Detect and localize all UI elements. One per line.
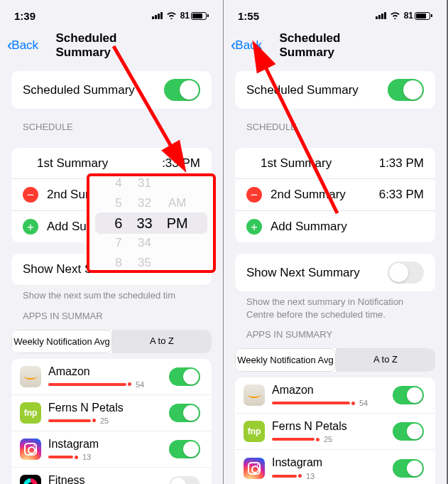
- page-title: Scheduled Summary: [280, 31, 391, 60]
- add-summary-label: Add Summary: [271, 220, 347, 234]
- summary-time[interactable]: 1:33 PM: [379, 156, 424, 171]
- remove-icon[interactable]: −: [246, 187, 262, 203]
- show-next-footer: Show the next summary in Notification Ce…: [235, 291, 435, 321]
- show-next-toggle[interactable]: [388, 262, 424, 284]
- summary-label: 2nd Summary: [271, 188, 346, 202]
- picker-ampm-col[interactable]: AM PM X: [167, 173, 188, 273]
- clock: 1:55: [238, 10, 259, 22]
- notification-bar: 25: [272, 435, 386, 443]
- tab-weekly-avg[interactable]: Weekly Notification Avg: [235, 348, 336, 372]
- nav-bar: ‹ Back Scheduled Summary: [0, 31, 223, 60]
- toggle-label: Scheduled Summary: [23, 83, 135, 97]
- summary-label: 1st Summary: [246, 156, 332, 171]
- back-label: Back: [11, 38, 38, 53]
- notification-bar: 54: [48, 380, 162, 389]
- phone-left: 1:39 81 ‹ Back Scheduled Summary Schedul…: [0, 0, 224, 484]
- app-row-amazon: Amazon54: [11, 359, 212, 395]
- status-bar: 1:39 81: [0, 0, 223, 31]
- app-row-fnp: fnpFerns N Petals25: [235, 414, 435, 450]
- app-row-amazon: Amazon54: [235, 377, 435, 414]
- battery-icon: 81: [180, 11, 209, 21]
- phone-right: 1:55 81 ‹ Back Scheduled Summary Schedul…: [224, 0, 447, 484]
- summary-row-1[interactable]: 1st Summary 1:33 PM: [235, 148, 435, 179]
- app-toggle[interactable]: [393, 386, 424, 404]
- tab-a-to-z[interactable]: A to Z: [336, 348, 435, 372]
- notification-bar: 13: [48, 453, 162, 461]
- app-name: Ferns N Petals: [48, 401, 162, 414]
- picker-min-col[interactable]: 31 32 33 34 35: [136, 173, 152, 273]
- add-icon[interactable]: +: [246, 219, 262, 235]
- nav-bar: ‹ Back Scheduled Summary: [224, 31, 447, 60]
- app-name: Amazon: [48, 365, 162, 378]
- time-picker[interactable]: 4 5 6 7 8 31 32 33 34 35 AM PM X: [87, 173, 216, 273]
- tab-a-to-z[interactable]: A to Z: [112, 330, 212, 353]
- app-list: Amazon54fnpFerns N Petals25Instagram13Fi…: [11, 359, 212, 484]
- toggle-label: Scheduled Summary: [246, 83, 359, 97]
- notification-bar: 25: [48, 416, 162, 425]
- app-list: Amazon54fnpFerns N Petals25Instagram13Fi…: [235, 377, 435, 484]
- clock: 1:39: [14, 10, 35, 22]
- wifi-icon: [166, 10, 177, 21]
- summary-row-2[interactable]: − 2nd Summary 6:33 PM: [235, 179, 435, 211]
- remove-icon[interactable]: −: [23, 187, 38, 203]
- schedule-header: SCHEDULE: [11, 109, 212, 136]
- scheduled-summary-toggle-row: Scheduled Summary: [11, 71, 212, 109]
- app-name: Instagram: [48, 437, 162, 451]
- signal-icon: [152, 12, 163, 19]
- app-toggle[interactable]: [169, 440, 200, 458]
- show-next-summary-row: Show Next Summary: [235, 254, 435, 291]
- picker-hour-col[interactable]: 4 5 6 7 8: [114, 173, 122, 273]
- apps-header: APPS IN SUMMAR: [11, 302, 212, 326]
- show-next-label: Show Next Summary: [246, 266, 360, 280]
- app-row-fit: Fitness11: [11, 468, 212, 484]
- scheduled-summary-toggle-row: Scheduled Summary: [235, 71, 435, 109]
- status-bar: 1:55 81: [224, 0, 447, 31]
- scheduled-summary-toggle[interactable]: [164, 79, 200, 101]
- schedule-header: SCHEDULE: [235, 109, 435, 136]
- app-name: Ferns N Petals: [272, 419, 386, 433]
- app-toggle[interactable]: [393, 422, 424, 441]
- app-name: Fitness: [48, 473, 162, 484]
- add-summary-row[interactable]: + Add Summary: [235, 211, 435, 242]
- signal-icon: [376, 12, 386, 19]
- apps-header: APPS IN SUMMARY: [235, 321, 435, 344]
- app-toggle[interactable]: [169, 404, 200, 422]
- app-name: Instagram: [272, 456, 386, 469]
- back-label: Back: [235, 38, 262, 53]
- app-toggle[interactable]: [169, 476, 200, 484]
- app-toggle[interactable]: [169, 367, 200, 386]
- scheduled-summary-toggle[interactable]: [388, 79, 424, 101]
- app-toggle[interactable]: [393, 459, 424, 478]
- sort-tabs: Weekly Notification Avg A to Z: [11, 330, 212, 353]
- app-row-ig: Instagram13: [11, 431, 212, 468]
- sort-tabs: Weekly Notification Avg A to Z: [235, 348, 435, 372]
- tab-weekly-avg[interactable]: Weekly Notification Avg: [11, 330, 112, 353]
- page-title: Scheduled Summary: [56, 31, 168, 60]
- summary-label: 1st Summary: [23, 156, 108, 171]
- back-button[interactable]: ‹ Back: [231, 38, 262, 53]
- summary-time[interactable]: 6:33 PM: [379, 188, 424, 202]
- app-row-fnp: fnpFerns N Petals25: [11, 395, 212, 431]
- show-next-footer: Show the next sum the scheduled tim: [11, 285, 212, 302]
- notification-bar: 54: [272, 399, 386, 407]
- add-icon[interactable]: +: [23, 219, 38, 235]
- summary-time[interactable]: :33 PM: [162, 156, 200, 171]
- wifi-icon: [390, 10, 400, 21]
- app-row-ig: Instagram13: [235, 450, 435, 484]
- notification-bar: 13: [272, 472, 386, 480]
- back-button[interactable]: ‹ Back: [7, 38, 38, 53]
- battery-icon: 81: [404, 11, 432, 21]
- app-name: Amazon: [272, 383, 386, 397]
